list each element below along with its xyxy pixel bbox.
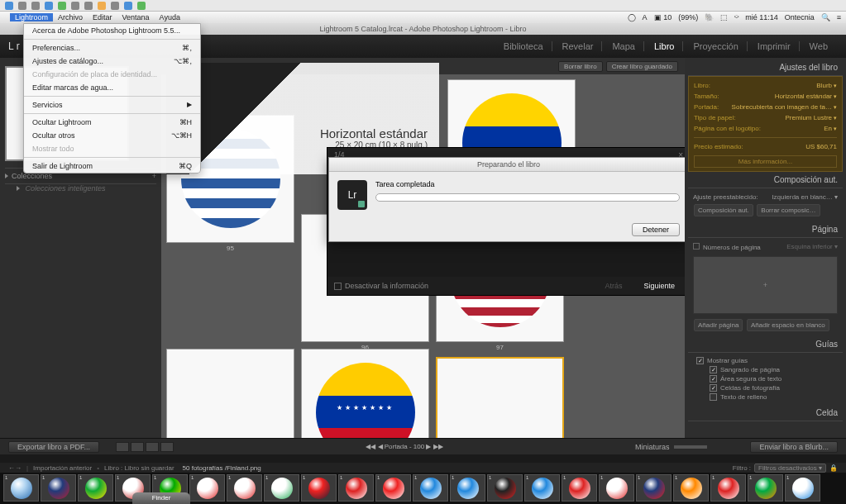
filmstrip-thumb[interactable]: 1 xyxy=(227,474,262,502)
os-icon[interactable] xyxy=(31,2,40,10)
filmstrip-thumb[interactable]: 1 xyxy=(301,474,337,502)
notif-icon[interactable]: ▣ 10 xyxy=(654,13,672,21)
menu-watermarks[interactable]: Editar marcas de agua... xyxy=(24,81,200,94)
view-single-icon[interactable] xyxy=(146,442,159,452)
filmstrip-thumb[interactable]: 1 xyxy=(524,474,560,502)
battery-status[interactable]: (99%) xyxy=(678,13,698,21)
guides-header[interactable]: Guías xyxy=(688,336,843,353)
filmstrip-thumb[interactable]: 1 xyxy=(785,474,820,502)
module-mapa[interactable]: Mapa xyxy=(604,41,644,51)
module-imprimir[interactable]: Imprimir xyxy=(749,41,800,51)
corner-select[interactable]: Esquina inferior ▾ xyxy=(786,243,838,251)
pagenum-checkbox[interactable]: Números de página xyxy=(703,244,761,251)
guide-textsafe-checkbox[interactable] xyxy=(710,375,717,383)
view-zoom-icon[interactable] xyxy=(160,442,174,452)
menu-about[interactable]: Acerca de Adobe Photoshop Lightroom 5.5.… xyxy=(24,24,200,37)
filmstrip-thumb[interactable]: 1 xyxy=(710,474,746,502)
menu-catalog-settings[interactable]: Ajustes de catálogo...⌥⌘, xyxy=(24,55,200,68)
menubar-user[interactable]: Ontecnia xyxy=(785,13,815,21)
menu-preferences[interactable]: Preferencias...⌘, xyxy=(24,41,200,55)
menu-hide-lightroom[interactable]: Ocultar Lightroom⌘H xyxy=(24,116,200,129)
os-icon[interactable] xyxy=(124,2,132,10)
guide-photocell-checkbox[interactable] xyxy=(710,384,717,392)
add-blank-button[interactable]: Añadir espacio en blanco xyxy=(747,319,829,331)
menu-file[interactable]: Archivo xyxy=(53,13,88,21)
send-blurb-button[interactable]: Enviar libro a Blurb... xyxy=(750,441,838,453)
more-info-button[interactable]: Más información... xyxy=(694,155,837,168)
filmstrip-prev[interactable]: ← xyxy=(8,464,15,472)
filmstrip-thumb[interactable]: 1 xyxy=(748,474,783,502)
filter-lock-icon[interactable]: 🔒 xyxy=(829,464,838,472)
module-web[interactable]: Web xyxy=(801,41,836,51)
menu-services[interactable]: Servicios▶ xyxy=(24,98,200,112)
module-revelar[interactable]: Revelar xyxy=(554,41,603,51)
cc-icon[interactable]: ◯ xyxy=(628,13,636,21)
clear-book-button[interactable]: Borrar libro xyxy=(558,61,603,72)
module-biblioteca[interactable]: Biblioteca xyxy=(495,41,552,51)
setting-logo[interactable]: En▾ xyxy=(824,125,837,132)
wifi-icon[interactable]: ⌔ xyxy=(734,13,738,21)
guide-filler-checkbox[interactable] xyxy=(710,393,717,401)
menu-lightroom[interactable]: Lightroom xyxy=(10,13,53,21)
menu-hide-others[interactable]: Ocultar otros⌥⌘H xyxy=(24,129,200,142)
filmstrip-next[interactable]: → xyxy=(15,464,22,472)
evernote-icon[interactable]: 🐘 xyxy=(705,13,714,21)
os-icon[interactable] xyxy=(45,2,53,10)
setting-libro[interactable]: Blurb▾ xyxy=(816,82,837,89)
os-icon[interactable] xyxy=(98,2,106,10)
filmstrip-thumb[interactable]: 1 xyxy=(636,474,672,502)
autolayout-button[interactable]: Composición aut. xyxy=(694,204,753,216)
book-settings-header[interactable]: Ajustes del libro xyxy=(688,59,843,76)
os-icon[interactable] xyxy=(58,2,66,10)
dropbox-icon[interactable]: ⬚ xyxy=(720,13,728,21)
filmstrip-thumb[interactable]: 1 xyxy=(41,474,76,502)
page-layout-preview[interactable]: + xyxy=(693,256,838,314)
filmstrip-thumb[interactable]: 1 xyxy=(562,474,597,502)
filmstrip-thumb[interactable]: 1 xyxy=(189,474,225,502)
menubar-time[interactable]: mié 11:14 xyxy=(745,13,778,21)
thumb-size-slider[interactable] xyxy=(674,445,707,449)
filmstrip-thumb[interactable]: 1 xyxy=(264,474,299,502)
menu-help[interactable]: Ayuda xyxy=(155,13,185,21)
book-page[interactable]: 98 xyxy=(166,349,294,438)
export-pdf-button[interactable]: Exportar libro a PDF... xyxy=(8,441,99,453)
filmstrip-thumb[interactable]: 1 xyxy=(78,474,113,502)
filmstrip-thumb[interactable]: 1 xyxy=(413,474,448,502)
filmstrip-thumb[interactable]: 1 xyxy=(599,474,634,502)
filmstrip-thumb[interactable]: 1 xyxy=(487,474,523,502)
setting-portada[interactable]: Sobrecubierta con imagen de ta…▾ xyxy=(732,103,837,111)
filter-select[interactable]: Filtros desactivados ▾ xyxy=(754,464,826,473)
filmstrip-thumb[interactable]: 1 xyxy=(3,474,39,502)
adobe-icon[interactable]: A xyxy=(643,13,648,21)
os-icon[interactable] xyxy=(71,2,79,10)
page-header[interactable]: Página xyxy=(688,221,843,238)
filmstrip-thumb[interactable]: 1 xyxy=(338,474,374,502)
view-multi-icon[interactable] xyxy=(116,442,129,452)
os-icon[interactable] xyxy=(137,2,146,10)
cell-header[interactable]: Celda xyxy=(688,405,843,421)
menu-quit[interactable]: Salir de Lightroom⌘Q xyxy=(24,159,200,173)
finder-tab[interactable]: Finder xyxy=(132,492,190,504)
filmstrip-thumbs[interactable]: 1111111111111111111111 xyxy=(0,473,846,504)
module-libro[interactable]: Libro xyxy=(646,41,683,51)
preset-select[interactable]: Izquierda en blanc… ▾ xyxy=(772,193,838,201)
show-guides-checkbox[interactable] xyxy=(696,357,704,364)
os-icon[interactable] xyxy=(111,2,119,10)
autolayout-header[interactable]: Composición aut. xyxy=(688,172,843,188)
filmstrip-thumb[interactable]: 1 xyxy=(375,474,411,502)
setting-papel[interactable]: Premium Lustre▾ xyxy=(786,114,837,121)
os-icon[interactable] xyxy=(5,2,13,10)
book-page[interactable]: 99 xyxy=(301,349,429,438)
wizard-next-button[interactable]: Siguiente xyxy=(635,280,683,292)
book-page-selected[interactable]: 100 xyxy=(436,357,564,438)
smart-collections[interactable]: Colecciones inteligentes xyxy=(5,184,156,193)
stop-button[interactable]: Detener xyxy=(632,223,680,236)
guide-bleed-checkbox[interactable] xyxy=(710,366,717,373)
os-icon[interactable] xyxy=(84,2,93,10)
add-page-button[interactable]: Añadir página xyxy=(694,319,743,331)
filmstrip-source-prev[interactable]: Importación anterior xyxy=(33,464,92,472)
clear-layout-button[interactable]: Borrar composic… xyxy=(757,204,820,216)
view-spread-icon[interactable] xyxy=(131,442,144,452)
filmstrip-source-book[interactable]: Libro : Libro sin guardar xyxy=(104,464,174,472)
filmstrip-thumb[interactable]: 1 xyxy=(450,474,485,502)
